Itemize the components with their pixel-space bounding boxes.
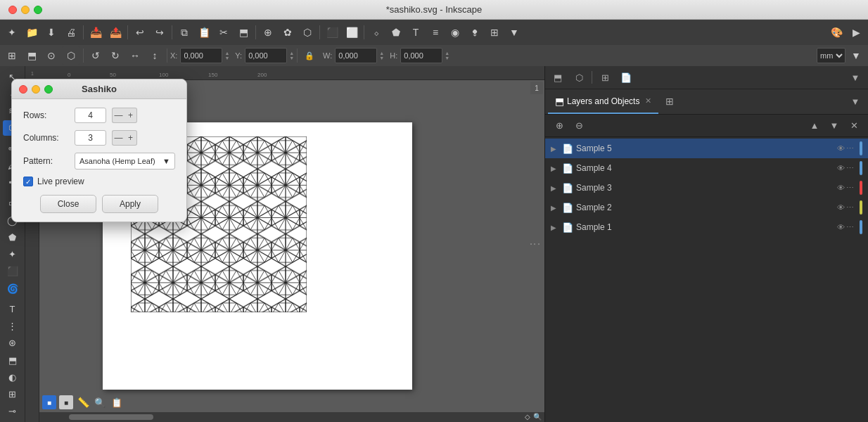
layer-item-sample2[interactable]: ▶ 📄 Sample 2 👁 ⋯ <box>545 198 868 217</box>
layer-item-sample3[interactable]: ▶ 📄 Sample 3 👁 ⋯ <box>545 178 868 198</box>
columns-decrement-button[interactable]: — <box>112 130 125 146</box>
ungroup-icon[interactable]: ⬜ <box>343 23 361 41</box>
text-tool-icon[interactable]: T <box>3 301 23 316</box>
lock-icon-sample1[interactable]: ⋯ <box>846 223 854 232</box>
tab-secondary[interactable]: ⊞ <box>658 89 681 114</box>
panel-page-icon[interactable]: 📄 <box>616 69 636 86</box>
scrollbar-thumb[interactable] <box>69 414 153 420</box>
x-up-arrow[interactable]: ▲ <box>224 51 229 56</box>
color-swatch-blue[interactable]: ■ <box>42 395 56 409</box>
lock-icon-sample4[interactable]: ⋯ <box>846 164 854 173</box>
snap-grid-icon[interactable]: ⊞ <box>3 46 21 65</box>
undo-icon[interactable]: ↩ <box>131 23 149 41</box>
h-up-arrow[interactable]: ▲ <box>445 51 449 56</box>
group-icon[interactable]: ⬛ <box>323 23 341 41</box>
connector-tool-icon[interactable]: ⊸ <box>3 404 23 419</box>
add-layer-icon[interactable]: ⊕ <box>551 117 568 134</box>
xml-icon[interactable]: ⊞ <box>485 23 504 41</box>
text-tool-icon[interactable]: T <box>407 23 425 41</box>
move-down-icon[interactable]: ▼ <box>826 117 843 134</box>
pattern-select[interactable]: Asanoha (Hemp Leaf) ▼ <box>75 153 175 170</box>
polygon-tool-icon[interactable]: ⬟ <box>3 229 23 245</box>
h-down-arrow[interactable]: ▼ <box>445 56 449 60</box>
layer-item-sample4[interactable]: ▶ 📄 Sample 4 👁 ⋯ <box>545 158 868 178</box>
rows-decrement-button[interactable]: — <box>112 108 125 123</box>
columns-input[interactable] <box>75 130 106 146</box>
unit-select[interactable]: mm px cm in <box>817 48 845 63</box>
panel-collapse-icon[interactable]: ▼ <box>845 94 865 110</box>
cut-icon[interactable]: ✂ <box>215 23 233 41</box>
h-input[interactable] <box>400 48 442 63</box>
menu-icon[interactable]: ▼ <box>505 23 523 41</box>
layer-item-sample5[interactable]: ▶ 📄 Sample 5 👁 ⋯ <box>545 139 868 158</box>
star-tool-icon[interactable]: ✦ <box>3 247 23 262</box>
y-input[interactable] <box>245 48 287 63</box>
lock-icon-sample2[interactable]: ⋯ <box>846 203 854 212</box>
y-down-arrow[interactable]: ▼ <box>289 56 294 60</box>
w-input[interactable] <box>335 48 377 63</box>
spray-tool-icon[interactable]: ⋮ <box>3 319 23 334</box>
mesh-tool-icon[interactable]: ⊞ <box>3 386 23 402</box>
3d-box-tool-icon[interactable]: ⬛ <box>3 264 23 279</box>
maximize-button[interactable] <box>34 6 42 14</box>
panel-close-icon[interactable]: ✕ <box>845 117 862 134</box>
paste-icon[interactable]: 📋 <box>195 23 213 41</box>
close-button[interactable] <box>8 6 17 14</box>
eyedropper-tool-icon[interactable]: ⊛ <box>3 335 23 351</box>
view-icon[interactable]: ◉ <box>446 23 464 41</box>
dialog-max-button[interactable] <box>44 85 53 94</box>
search-icon[interactable]: 🔍 <box>93 395 107 409</box>
rows-increment-button[interactable]: + <box>125 108 137 123</box>
node-editor-icon[interactable]: ⬦ <box>367 23 385 41</box>
y-up-arrow[interactable]: ▲ <box>289 51 294 56</box>
new-icon[interactable]: ✦ <box>3 23 21 41</box>
color-swatch-gray[interactable]: ■ <box>59 395 73 409</box>
horizontal-scrollbar[interactable]: 🔍 ◇ <box>39 412 544 422</box>
x-input[interactable] <box>180 48 222 63</box>
tab-layers-objects[interactable]: ⬒ Layers and Objects ✕ <box>548 89 658 114</box>
eye-icon-sample1[interactable]: 👁 <box>837 223 845 231</box>
w-down-arrow[interactable]: ▼ <box>379 56 384 60</box>
unit-arrow-icon[interactable]: ▼ <box>847 46 865 65</box>
panel-expand-icon[interactable]: ▼ <box>845 69 865 86</box>
export-icon[interactable]: 📤 <box>106 23 125 41</box>
import-icon[interactable]: 📥 <box>87 23 105 41</box>
zoom-in-icon[interactable]: ⊕ <box>259 23 277 41</box>
right-arrow-icon[interactable]: ▶ <box>847 23 865 41</box>
paint-bucket-tool-icon[interactable]: ⬒ <box>3 352 23 368</box>
lock-icon-sample3[interactable]: ⋯ <box>846 184 854 193</box>
eye-icon-sample3[interactable]: 👁 <box>837 184 845 192</box>
resize-handle[interactable]: ⋮ <box>528 238 542 250</box>
minimize-button[interactable] <box>21 6 30 14</box>
document-icon[interactable]: 📋 <box>110 395 124 409</box>
eye-icon-sample5[interactable]: 👁 <box>837 144 845 153</box>
flip-h-icon[interactable]: ↔ <box>126 46 144 65</box>
flip-v-icon[interactable]: ↕ <box>146 46 164 65</box>
spiral-tool-icon[interactable]: 🌀 <box>3 281 23 296</box>
lock-icon-sample5[interactable]: ⋯ <box>846 144 854 153</box>
rows-input[interactable] <box>75 108 106 123</box>
gradient-tool-icon[interactable]: ◐ <box>3 369 23 385</box>
rotate-cw-icon[interactable]: ↻ <box>106 46 125 65</box>
color-picker-icon[interactable]: 🎨 <box>827 23 845 41</box>
lock-ratio-icon[interactable]: 🔒 <box>300 46 319 65</box>
eye-icon-sample2[interactable]: 👁 <box>837 203 845 212</box>
tab-close-icon[interactable]: ✕ <box>645 96 651 106</box>
layers-icon[interactable]: ⧭ <box>466 23 484 41</box>
close-button[interactable]: Close <box>40 195 96 213</box>
snap-node-icon[interactable]: ⊙ <box>42 46 60 65</box>
snap-layer-icon[interactable]: ⬒ <box>23 46 41 65</box>
paste-in-place-icon[interactable]: ⬒ <box>234 23 253 41</box>
fill-stroke-icon[interactable]: ⬟ <box>387 23 405 41</box>
align-icon[interactable]: ≡ <box>426 23 445 41</box>
print-icon[interactable]: 🖨 <box>62 23 80 41</box>
open-icon[interactable]: 📁 <box>23 23 41 41</box>
zoom-out-icon[interactable]: ✿ <box>279 23 297 41</box>
dialog-close-button[interactable] <box>19 85 27 94</box>
rotate-ccw-icon[interactable]: ↺ <box>87 46 105 65</box>
panel-grid-icon[interactable]: ⊞ <box>595 69 615 86</box>
ruler-icon[interactable]: 📏 <box>76 395 90 409</box>
layer-item-sample1[interactable]: ▶ 📄 Sample 1 👁 ⋯ <box>545 217 868 237</box>
columns-increment-button[interactable]: + <box>125 130 137 146</box>
fit-page-icon[interactable]: ⬡ <box>298 23 317 41</box>
